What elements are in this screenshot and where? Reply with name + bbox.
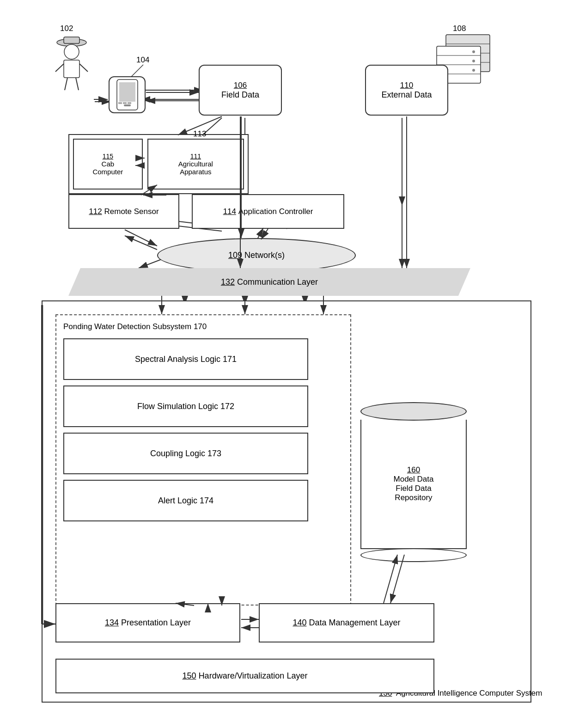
svg-rect-47 bbox=[123, 102, 127, 104]
network-label: Network(s) bbox=[244, 251, 285, 260]
remote-sensor-box: 112 Remote Sensor bbox=[68, 194, 179, 229]
ref-102-label: 102 bbox=[60, 24, 73, 33]
alert-logic-box: Alert Logic 174 bbox=[63, 480, 308, 521]
ponding-water-label: Ponding Water Detection Subsystem 170 bbox=[63, 322, 207, 331]
hardware-layer-box: 150 Hardware/Virtualization Layer bbox=[55, 659, 434, 693]
svg-line-41 bbox=[65, 78, 67, 90]
ref-109: 109 bbox=[228, 251, 242, 260]
repository-label: Repository bbox=[395, 493, 432, 502]
svg-point-58 bbox=[472, 60, 475, 62]
ref-111: 111 bbox=[190, 153, 201, 160]
comm-layer-label: Communication Layer bbox=[237, 277, 318, 287]
svg-rect-44 bbox=[119, 82, 135, 102]
coupling-logic-label: Coupling Logic 173 bbox=[150, 449, 221, 459]
ref-112: 112 bbox=[89, 207, 102, 216]
ref-140: 140 bbox=[293, 618, 306, 628]
ref-114: 114 bbox=[223, 207, 236, 216]
field-data-label: Field Data bbox=[221, 90, 259, 100]
hardware-label: Hardware/Virtualization Layer bbox=[199, 671, 308, 681]
flow-simulation-box: Flow Simulation Logic 172 bbox=[63, 385, 308, 427]
svg-line-42 bbox=[76, 78, 79, 90]
ref-150: 150 bbox=[183, 671, 196, 681]
svg-point-57 bbox=[472, 50, 475, 53]
ref-134: 134 bbox=[105, 618, 119, 628]
data-management-label: Data Management Layer bbox=[309, 618, 400, 628]
agri-apparatus-label: Agricultural Apparatus bbox=[178, 160, 213, 176]
ref-115: 115 bbox=[103, 153, 113, 160]
network-ellipse: 109 Network(s) bbox=[157, 238, 356, 273]
coupling-logic-box: Coupling Logic 173 bbox=[63, 433, 308, 474]
ref-110: 110 bbox=[381, 81, 432, 90]
ref-108-label: 108 bbox=[453, 24, 466, 33]
svg-rect-46 bbox=[118, 102, 122, 104]
model-data-label: Model Data bbox=[394, 475, 434, 484]
cab-computer-box: 115 Cab Computer bbox=[73, 139, 143, 190]
data-management-box: 140 Data Management Layer bbox=[259, 603, 434, 642]
svg-line-84 bbox=[258, 228, 263, 238]
app-controller-label: Application Controller bbox=[238, 207, 313, 216]
flow-simulation-label: Flow Simulation Logic 172 bbox=[137, 402, 234, 411]
presentation-layer-label: Presentation Layer bbox=[121, 618, 191, 628]
model-data-cylinder: 160 Model Data Field Data Repository bbox=[360, 402, 467, 562]
svg-line-81 bbox=[125, 230, 157, 246]
spectral-analysis-box: Spectral Analysis Logic 171 bbox=[63, 338, 308, 380]
ref-132: 132 bbox=[221, 277, 235, 287]
spectral-analysis-label: Spectral Analysis Logic 171 bbox=[135, 355, 237, 364]
svg-line-39 bbox=[55, 64, 64, 72]
ref-104-label: 104 bbox=[136, 55, 149, 65]
external-data-box: 110 External Data bbox=[365, 65, 448, 116]
ponding-water-subsystem-box: Ponding Water Detection Subsystem 170 Sp… bbox=[55, 314, 351, 606]
ref-160: 160 bbox=[407, 465, 420, 475]
field-data-box: 106 Field Data bbox=[199, 65, 282, 116]
cab-agri-container: 115 Cab Computer 111 Agricultural Appara… bbox=[68, 134, 249, 194]
person-figure bbox=[51, 32, 92, 94]
svg-point-59 bbox=[472, 69, 475, 72]
ref-106: 106 bbox=[221, 81, 259, 90]
svg-rect-38 bbox=[64, 60, 79, 78]
ref-113-label: 113 bbox=[193, 129, 206, 139]
svg-point-37 bbox=[64, 44, 79, 59]
svg-rect-36 bbox=[64, 37, 79, 43]
cab-computer-label: Cab Computer bbox=[92, 160, 123, 176]
remote-sensor-label: Remote Sensor bbox=[104, 207, 158, 216]
svg-rect-48 bbox=[128, 102, 131, 104]
presentation-layer-box: 134 Presentation Layer bbox=[55, 603, 240, 642]
svg-line-82 bbox=[125, 236, 157, 250]
mobile-device-box bbox=[109, 76, 146, 113]
diagram-container: 102 104 bbox=[0, 0, 573, 728]
svg-rect-45 bbox=[124, 104, 131, 106]
agri-apparatus-box: 111 Agricultural Apparatus bbox=[147, 139, 244, 190]
app-controller-box: 114 Application Controller bbox=[192, 194, 344, 229]
communication-layer: 132 Communication Layer bbox=[68, 268, 470, 296]
svg-line-40 bbox=[79, 64, 88, 72]
external-data-label: External Data bbox=[381, 90, 432, 100]
alert-logic-label: Alert Logic 174 bbox=[158, 496, 213, 506]
field-data-repo-label: Field Data bbox=[396, 484, 431, 493]
